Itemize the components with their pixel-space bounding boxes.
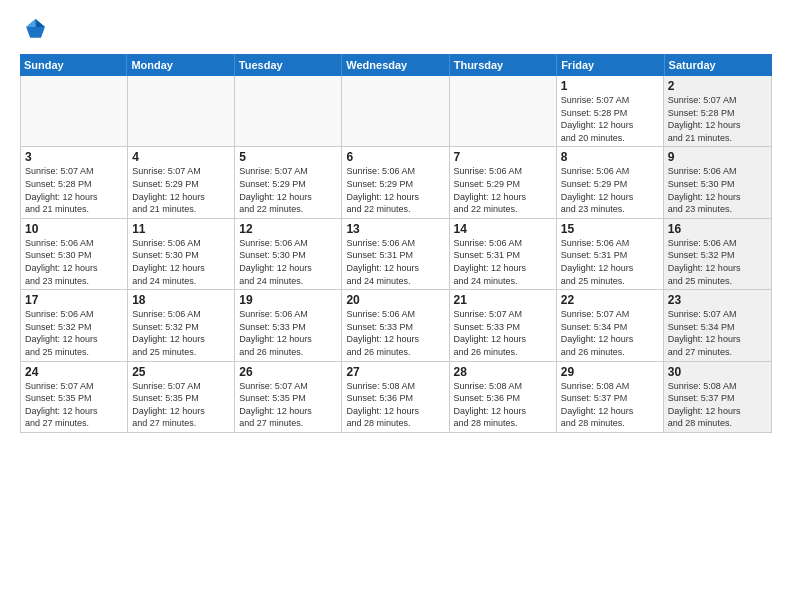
day-info: Sunrise: 5:06 AM Sunset: 5:32 PM Dayligh… (25, 308, 123, 358)
calendar-body-outer: 1Sunrise: 5:07 AM Sunset: 5:28 PM Daylig… (20, 76, 772, 433)
day-info: Sunrise: 5:07 AM Sunset: 5:29 PM Dayligh… (132, 165, 230, 215)
day-number: 10 (25, 222, 123, 236)
day-info: Sunrise: 5:06 AM Sunset: 5:31 PM Dayligh… (561, 237, 659, 287)
day-number: 12 (239, 222, 337, 236)
day-number: 30 (668, 365, 767, 379)
day-number: 1 (561, 79, 659, 93)
svg-marker-1 (36, 19, 45, 27)
day-number: 18 (132, 293, 230, 307)
calendar-cell-1-3 (235, 76, 342, 146)
header-day-friday: Friday (557, 54, 664, 76)
calendar-cell-1-2 (128, 76, 235, 146)
page: SundayMondayTuesdayWednesdayThursdayFrid… (0, 0, 792, 612)
day-number: 29 (561, 365, 659, 379)
calendar-cell-4-1: 17Sunrise: 5:06 AM Sunset: 5:32 PM Dayli… (21, 290, 128, 360)
calendar-cell-3-4: 13Sunrise: 5:06 AM Sunset: 5:31 PM Dayli… (342, 219, 449, 289)
day-info: Sunrise: 5:08 AM Sunset: 5:37 PM Dayligh… (668, 380, 767, 430)
day-info: Sunrise: 5:07 AM Sunset: 5:29 PM Dayligh… (239, 165, 337, 215)
calendar-cell-1-4 (342, 76, 449, 146)
day-info: Sunrise: 5:06 AM Sunset: 5:30 PM Dayligh… (239, 237, 337, 287)
calendar-cell-3-5: 14Sunrise: 5:06 AM Sunset: 5:31 PM Dayli… (450, 219, 557, 289)
day-info: Sunrise: 5:07 AM Sunset: 5:34 PM Dayligh… (668, 308, 767, 358)
calendar-cell-4-5: 21Sunrise: 5:07 AM Sunset: 5:33 PM Dayli… (450, 290, 557, 360)
day-number: 3 (25, 150, 123, 164)
day-info: Sunrise: 5:06 AM Sunset: 5:30 PM Dayligh… (132, 237, 230, 287)
calendar-cell-2-5: 7Sunrise: 5:06 AM Sunset: 5:29 PM Daylig… (450, 147, 557, 217)
calendar-week-1: 1Sunrise: 5:07 AM Sunset: 5:28 PM Daylig… (21, 76, 771, 147)
calendar-cell-3-2: 11Sunrise: 5:06 AM Sunset: 5:30 PM Dayli… (128, 219, 235, 289)
day-number: 4 (132, 150, 230, 164)
calendar-cell-4-7: 23Sunrise: 5:07 AM Sunset: 5:34 PM Dayli… (664, 290, 771, 360)
calendar-cell-5-6: 29Sunrise: 5:08 AM Sunset: 5:37 PM Dayli… (557, 362, 664, 432)
day-info: Sunrise: 5:07 AM Sunset: 5:35 PM Dayligh… (132, 380, 230, 430)
day-info: Sunrise: 5:06 AM Sunset: 5:29 PM Dayligh… (346, 165, 444, 215)
day-info: Sunrise: 5:07 AM Sunset: 5:34 PM Dayligh… (561, 308, 659, 358)
logo (20, 16, 52, 44)
day-number: 27 (346, 365, 444, 379)
calendar-cell-4-4: 20Sunrise: 5:06 AM Sunset: 5:33 PM Dayli… (342, 290, 449, 360)
day-info: Sunrise: 5:06 AM Sunset: 5:31 PM Dayligh… (454, 237, 552, 287)
logo-icon (20, 16, 48, 44)
day-info: Sunrise: 5:06 AM Sunset: 5:32 PM Dayligh… (668, 237, 767, 287)
header (20, 16, 772, 44)
day-info: Sunrise: 5:07 AM Sunset: 5:35 PM Dayligh… (25, 380, 123, 430)
calendar-cell-1-1 (21, 76, 128, 146)
header-day-saturday: Saturday (665, 54, 772, 76)
calendar-cell-4-3: 19Sunrise: 5:06 AM Sunset: 5:33 PM Dayli… (235, 290, 342, 360)
calendar-cell-5-7: 30Sunrise: 5:08 AM Sunset: 5:37 PM Dayli… (664, 362, 771, 432)
calendar-cell-2-1: 3Sunrise: 5:07 AM Sunset: 5:28 PM Daylig… (21, 147, 128, 217)
calendar-cell-5-2: 25Sunrise: 5:07 AM Sunset: 5:35 PM Dayli… (128, 362, 235, 432)
calendar-cell-1-6: 1Sunrise: 5:07 AM Sunset: 5:28 PM Daylig… (557, 76, 664, 146)
calendar-cell-2-3: 5Sunrise: 5:07 AM Sunset: 5:29 PM Daylig… (235, 147, 342, 217)
day-number: 14 (454, 222, 552, 236)
header-day-monday: Monday (127, 54, 234, 76)
day-number: 16 (668, 222, 767, 236)
calendar-cell-2-7: 9Sunrise: 5:06 AM Sunset: 5:30 PM Daylig… (664, 147, 771, 217)
calendar-cell-5-3: 26Sunrise: 5:07 AM Sunset: 5:35 PM Dayli… (235, 362, 342, 432)
calendar-cell-3-1: 10Sunrise: 5:06 AM Sunset: 5:30 PM Dayli… (21, 219, 128, 289)
header-day-sunday: Sunday (20, 54, 127, 76)
calendar-cell-4-6: 22Sunrise: 5:07 AM Sunset: 5:34 PM Dayli… (557, 290, 664, 360)
day-number: 28 (454, 365, 552, 379)
day-info: Sunrise: 5:07 AM Sunset: 5:28 PM Dayligh… (25, 165, 123, 215)
calendar-week-4: 17Sunrise: 5:06 AM Sunset: 5:32 PM Dayli… (21, 290, 771, 361)
day-number: 19 (239, 293, 337, 307)
day-info: Sunrise: 5:07 AM Sunset: 5:28 PM Dayligh… (668, 94, 767, 144)
calendar-cell-3-3: 12Sunrise: 5:06 AM Sunset: 5:30 PM Dayli… (235, 219, 342, 289)
day-number: 23 (668, 293, 767, 307)
day-number: 26 (239, 365, 337, 379)
header-day-tuesday: Tuesday (235, 54, 342, 76)
day-info: Sunrise: 5:06 AM Sunset: 5:32 PM Dayligh… (132, 308, 230, 358)
calendar-week-3: 10Sunrise: 5:06 AM Sunset: 5:30 PM Dayli… (21, 219, 771, 290)
day-number: 2 (668, 79, 767, 93)
calendar: SundayMondayTuesdayWednesdayThursdayFrid… (20, 54, 772, 602)
day-info: Sunrise: 5:07 AM Sunset: 5:28 PM Dayligh… (561, 94, 659, 144)
day-number: 25 (132, 365, 230, 379)
day-info: Sunrise: 5:06 AM Sunset: 5:30 PM Dayligh… (25, 237, 123, 287)
calendar-cell-1-7: 2Sunrise: 5:07 AM Sunset: 5:28 PM Daylig… (664, 76, 771, 146)
day-number: 22 (561, 293, 659, 307)
calendar-body: 1Sunrise: 5:07 AM Sunset: 5:28 PM Daylig… (21, 76, 771, 432)
calendar-week-2: 3Sunrise: 5:07 AM Sunset: 5:28 PM Daylig… (21, 147, 771, 218)
svg-marker-2 (26, 19, 35, 27)
calendar-cell-4-2: 18Sunrise: 5:06 AM Sunset: 5:32 PM Dayli… (128, 290, 235, 360)
day-number: 6 (346, 150, 444, 164)
day-info: Sunrise: 5:08 AM Sunset: 5:36 PM Dayligh… (454, 380, 552, 430)
calendar-week-5: 24Sunrise: 5:07 AM Sunset: 5:35 PM Dayli… (21, 362, 771, 432)
day-number: 8 (561, 150, 659, 164)
day-number: 5 (239, 150, 337, 164)
day-info: Sunrise: 5:06 AM Sunset: 5:31 PM Dayligh… (346, 237, 444, 287)
calendar-header: SundayMondayTuesdayWednesdayThursdayFrid… (20, 54, 772, 76)
calendar-cell-5-5: 28Sunrise: 5:08 AM Sunset: 5:36 PM Dayli… (450, 362, 557, 432)
header-day-thursday: Thursday (450, 54, 557, 76)
day-number: 17 (25, 293, 123, 307)
calendar-cell-2-4: 6Sunrise: 5:06 AM Sunset: 5:29 PM Daylig… (342, 147, 449, 217)
calendar-cell-2-2: 4Sunrise: 5:07 AM Sunset: 5:29 PM Daylig… (128, 147, 235, 217)
day-number: 20 (346, 293, 444, 307)
calendar-cell-5-1: 24Sunrise: 5:07 AM Sunset: 5:35 PM Dayli… (21, 362, 128, 432)
day-info: Sunrise: 5:06 AM Sunset: 5:29 PM Dayligh… (454, 165, 552, 215)
day-info: Sunrise: 5:06 AM Sunset: 5:33 PM Dayligh… (346, 308, 444, 358)
day-number: 24 (25, 365, 123, 379)
day-number: 15 (561, 222, 659, 236)
day-info: Sunrise: 5:06 AM Sunset: 5:30 PM Dayligh… (668, 165, 767, 215)
